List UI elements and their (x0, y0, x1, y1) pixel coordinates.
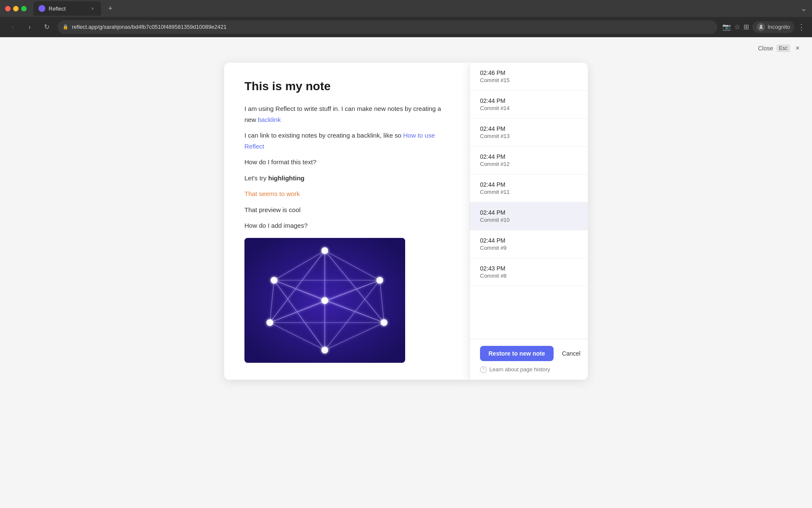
note-paragraph-3: How do I format this text? (244, 157, 449, 168)
history-commit: Commit #12 (480, 161, 578, 167)
history-time: 02:44 PM (480, 237, 578, 244)
history-time: 02:44 PM (480, 125, 578, 132)
note-bold-text: highlighting (268, 174, 304, 182)
svg-point-32 (266, 319, 273, 326)
note-paragraph-5: That seems to work (244, 188, 449, 199)
history-list: 02:46 PM Commit #15 02:44 PM Commit #14 … (470, 63, 588, 339)
nav-forward-btn[interactable]: › (24, 21, 36, 33)
incognito-icon (757, 23, 765, 31)
history-commit: Commit #13 (480, 133, 578, 139)
bookmark-icon[interactable]: ☆ (734, 23, 740, 31)
url-lock-icon: 🔒 (63, 24, 69, 30)
address-bar-actions: 📷 ☆ ⊞ Incognito ⋮ (722, 21, 805, 33)
svg-point-27 (321, 297, 328, 304)
history-commit: Commit #15 (480, 77, 578, 83)
svg-point-30 (381, 319, 387, 326)
history-time: 02:44 PM (480, 153, 578, 160)
note-panel: This is my note I am using Reflect to wr… (224, 63, 469, 380)
history-item[interactable]: 02:44 PM Commit #11 (470, 174, 588, 202)
tab-bar-expand[interactable]: ⌄ (801, 4, 807, 13)
history-commit: Commit #11 (480, 189, 578, 195)
note-paragraph-6: That preview is cool (244, 204, 449, 215)
history-item[interactable]: 02:44 PM Commit #9 (470, 230, 588, 258)
close-overlay: Close Esc × (758, 44, 802, 52)
help-text[interactable]: Learn about page history (489, 366, 550, 373)
nav-refresh-btn[interactable]: ↻ (41, 21, 52, 33)
esc-badge: Esc (776, 44, 790, 52)
nav-back-btn[interactable]: ‹ (7, 21, 19, 33)
history-item[interactable]: 02:44 PM Commit #12 (470, 146, 588, 174)
tab-close-btn[interactable]: × (89, 5, 96, 12)
url-bar[interactable]: 🔒 reflect.app/g/sarahjonas/bd4fb7c0510f4… (58, 20, 717, 34)
cancel-button[interactable]: Cancel (559, 346, 584, 361)
tab-grid-icon[interactable]: ⊞ (743, 23, 749, 31)
history-commit: Commit #14 (480, 105, 578, 111)
window-minimize-btn[interactable] (13, 6, 19, 11)
that-seems-to-work-link[interactable]: That seems to work (244, 190, 300, 197)
svg-point-33 (271, 277, 277, 284)
note-title: This is my note (244, 80, 449, 93)
tab-bar: Reflect × + ⌄ (0, 0, 812, 17)
camera-off-icon[interactable]: 📷 (722, 23, 731, 31)
history-commit: Commit #10 (480, 217, 578, 223)
incognito-badge[interactable]: Incognito (752, 21, 794, 33)
note-body: I am using Reflect to write stuff in. I … (244, 103, 449, 363)
history-panel: 02:46 PM Commit #15 02:44 PM Commit #14 … (469, 63, 588, 380)
incognito-label: Incognito (768, 24, 790, 30)
note-paragraph-4: Let's try highlighting (244, 173, 449, 184)
history-actions: Restore to new note Cancel ? Learn about… (470, 339, 588, 380)
history-item[interactable]: 02:44 PM Commit #13 (470, 119, 588, 146)
page-content: Close Esc × This is my note I am using R… (0, 37, 812, 508)
note-paragraph-1: I am using Reflect to write stuff in. I … (244, 103, 449, 125)
main-container: This is my note I am using Reflect to wr… (224, 63, 588, 380)
note-paragraph-2: I can link to existing notes by creating… (244, 130, 449, 152)
history-time: 02:44 PM (480, 181, 578, 188)
history-item[interactable]: 02:44 PM Commit #14 (470, 91, 588, 119)
more-menu-icon[interactable]: ⋮ (798, 22, 805, 32)
window-maximize-btn[interactable] (21, 6, 27, 11)
history-time: 02:46 PM (480, 69, 578, 76)
note-paragraph-7: How do I add images? (244, 220, 449, 231)
tab-favicon (38, 5, 45, 12)
restore-to-new-note-button[interactable]: Restore to new note (480, 346, 554, 361)
history-time: 02:44 PM (480, 97, 578, 104)
url-text: reflect.app/g/sarahjonas/bd4fb7c0510f489… (72, 24, 227, 30)
svg-point-29 (376, 277, 383, 284)
close-x-button[interactable]: × (793, 44, 802, 52)
network-visualization (244, 238, 405, 363)
history-help: ? Learn about page history (480, 366, 578, 373)
help-icon: ? (480, 366, 487, 373)
window-controls (5, 6, 27, 11)
svg-point-0 (760, 25, 762, 27)
new-tab-button[interactable]: + (104, 3, 116, 14)
address-bar: ‹ › ↻ 🔒 reflect.app/g/sarahjonas/bd4fb7c… (0, 17, 812, 37)
history-commit: Commit #9 (480, 245, 578, 251)
history-item[interactable]: 02:43 PM Commit #8 (470, 258, 588, 286)
backlink-link[interactable]: backlink (258, 116, 281, 123)
history-buttons: Restore to new note Cancel (480, 346, 578, 361)
svg-point-31 (321, 347, 328, 353)
active-tab[interactable]: Reflect × (33, 1, 101, 16)
history-time: 02:43 PM (480, 265, 578, 272)
tab-label: Reflect (49, 6, 66, 12)
svg-point-28 (321, 247, 328, 254)
close-label: Close (758, 45, 773, 52)
note-image (244, 238, 405, 363)
browser-chrome: Reflect × + ⌄ ‹ › ↻ 🔒 reflect.app/g/sara… (0, 0, 812, 37)
history-item[interactable]: 02:46 PM Commit #15 (470, 63, 588, 91)
history-time: 02:44 PM (480, 209, 578, 216)
history-commit: Commit #8 (480, 273, 578, 279)
window-close-btn[interactable] (5, 6, 11, 11)
history-item[interactable]: 02:44 PM Commit #10 (470, 202, 588, 230)
